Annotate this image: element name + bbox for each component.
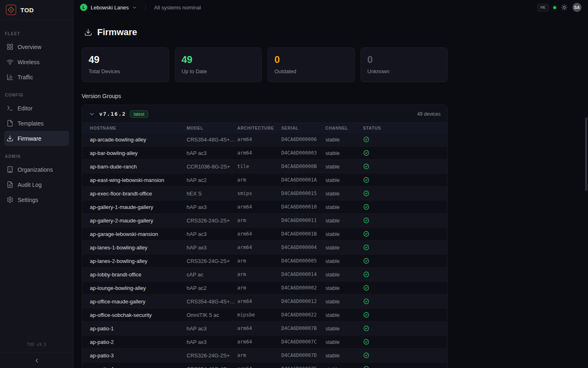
sidebar-item-audit-log[interactable]: Audit Log [4, 177, 69, 192]
model-cell: CCR1036-8G-2S+ [187, 160, 237, 173]
serial-cell: D4CA6D00007C [281, 335, 325, 349]
table-row[interactable]: ap-lobby-brandt-office cAP ac arm D4CA6D… [82, 268, 447, 281]
channel-cell: stable [325, 295, 363, 308]
user-avatar[interactable]: SA [572, 3, 581, 12]
gear-icon [7, 196, 13, 203]
stat-card-unknown: 0 Unknown [361, 47, 448, 82]
status-cell [363, 227, 447, 241]
channel-cell: stable [325, 227, 363, 241]
scrollbar[interactable] [585, 117, 587, 191]
architecture-cell: arm [237, 281, 281, 295]
hostname-cell: ap-patio-1 [82, 322, 187, 335]
status-cell [363, 173, 447, 187]
wifi-icon [7, 58, 13, 65]
architecture-cell: arm64 [237, 227, 281, 241]
table-row[interactable]: ap-lounge-bowling-alley hAP ac2 arm D4CA… [82, 281, 447, 295]
model-cell: hEX S [187, 187, 237, 200]
theme-toggle-button[interactable] [561, 4, 568, 11]
sidebar-item-templates[interactable]: Templates [4, 116, 69, 131]
channel-cell: stable [325, 335, 363, 349]
table-row[interactable]: ap-lanes-2-bowling-alley CRS326-24G-2S+ … [82, 254, 447, 268]
status-cell [363, 322, 447, 335]
serial-cell: D4CA6D000015 [281, 187, 325, 200]
table-row[interactable]: ap-patio-1 hAP ac3 arm64 D4CA6D00007B st… [82, 322, 447, 335]
serial-cell: D4CA6D00007E [281, 362, 325, 368]
channel-cell: stable [325, 160, 363, 173]
sidebar-nav: FLEET Overview Wireless Traffic CONFIG E [0, 20, 73, 342]
command-k-shortcut[interactable]: ⌘K [537, 4, 548, 11]
hostname-cell: ap-arcade-bowling-alley [82, 133, 187, 146]
status-ok-icon [363, 271, 447, 278]
status-ok-icon [363, 204, 447, 210]
status-cell [363, 295, 447, 308]
serial-cell: D4CA6D000006 [281, 133, 325, 146]
table-row[interactable]: ap-patio-2 hAP ax3 arm64 D4CA6D00007C st… [82, 335, 447, 349]
model-cell: cAP ac [187, 268, 237, 281]
sidebar-item-traffic[interactable]: Traffic [4, 70, 69, 85]
firmware-version: v7.16.2 [99, 111, 126, 117]
architecture-cell: mipsbe [237, 308, 281, 322]
stat-label: Total Devices [89, 68, 162, 74]
channel-cell: stable [325, 268, 363, 281]
table-row[interactable]: ap-patio-4 CRS354-48G-4S+… arm64 D4CA6D0… [82, 362, 447, 368]
status-cell [363, 187, 447, 200]
status-ok-icon [363, 217, 447, 224]
status-ok-icon [363, 285, 447, 291]
table-row[interactable]: ap-gallery-2-maude-gallery CRS326-24G-2S… [82, 214, 447, 227]
collapse-group-button[interactable] [89, 111, 95, 117]
download-icon [7, 135, 13, 142]
channel-cell: stable [325, 362, 363, 368]
architecture-cell: smips [237, 187, 281, 200]
table-row[interactable]: ap-garage-lebowski-mansion hAP ac3 arm64… [82, 227, 447, 241]
sidebar: TOD FLEET Overview Wireless Traffic CONF… [0, 0, 74, 368]
table-row[interactable]: ap-office-maude-gallery CRS354-48G-4S+… … [82, 295, 447, 308]
serial-cell: D4CA6D00000B [281, 160, 325, 173]
column-header-serial: SERIAL [281, 123, 325, 133]
stat-value: 0 [274, 54, 348, 65]
status-ok-icon [363, 177, 447, 183]
hostname-cell: ap-lounge-bowling-alley [82, 281, 187, 295]
table-row[interactable]: ap-patio-3 CRS326-24G-2S+ arm D4CA6D0000… [82, 349, 447, 362]
table-row[interactable]: ap-barn-dude-ranch CCR1036-8G-2S+ tile D… [82, 160, 447, 173]
table-row[interactable]: ap-exec-floor-brandt-office hEX S smips … [82, 187, 447, 200]
table-row[interactable]: ap-arcade-bowling-alley CRS354-48G-4S+… … [82, 133, 447, 146]
table-row[interactable]: ap-bar-bowling-alley hAP ac3 arm64 D4CA6… [82, 146, 447, 160]
sidebar-item-label: Traffic [18, 74, 33, 81]
sidebar-item-wireless[interactable]: Wireless [4, 54, 69, 70]
sidebar-item-organizations[interactable]: Organizations [4, 162, 69, 177]
stat-card-outdated: 0 Outdated [267, 47, 355, 82]
sidebar-item-firmware[interactable]: Firmware [4, 131, 69, 146]
sidebar-item-editor[interactable]: Editor [4, 101, 69, 116]
stat-label: Unknown [368, 68, 441, 74]
main-area: L Lebowski Lanes All systems nominal ⌘K … [74, 0, 588, 368]
terminal-icon [7, 105, 13, 112]
model-cell: CRS354-48G-4S+… [187, 133, 237, 146]
column-header-hostname: HOSTNAME [82, 123, 187, 133]
model-cell: hAP ac2 [187, 281, 237, 295]
status-ok-icon [363, 150, 447, 156]
serial-cell: D4CA6D000012 [281, 295, 325, 308]
sidebar-item-label: Overview [18, 44, 41, 50]
column-header-status: STATUS [363, 123, 447, 133]
chevron-left-icon [33, 357, 40, 364]
table-row[interactable]: ap-east-wing-lebowski-mansion hAP ac2 ar… [82, 173, 447, 187]
app-logo[interactable]: TOD [0, 0, 73, 20]
sidebar-item-label: Templates [18, 120, 44, 127]
stat-card-total-devices: 49 Total Devices [82, 47, 169, 82]
version-group-header[interactable]: v7.16.2 latest 49 devices [82, 105, 447, 123]
sidebar-item-label: Wireless [18, 59, 40, 65]
stat-label: Outdated [274, 68, 348, 74]
table-row[interactable]: ap-lanes-1-bowling-alley hAP ax3 arm64 D… [82, 241, 447, 254]
table-row[interactable]: ap-office-sobchak-security OmniTIK 5 ac … [82, 308, 447, 322]
table-header-row: HOSTNAME MODEL ARCHITECTURE SERIAL CHANN… [82, 123, 447, 133]
channel-cell: stable [325, 187, 363, 200]
channel-cell: stable [325, 349, 363, 362]
sidebar-item-overview[interactable]: Overview [4, 39, 69, 54]
sidebar-item-settings[interactable]: Settings [4, 192, 69, 207]
sidebar-collapse-button[interactable] [0, 352, 73, 368]
org-switcher[interactable]: L Lebowski Lanes [80, 4, 137, 11]
status-ok-icon [363, 244, 447, 251]
file-text-icon [7, 181, 13, 188]
table-row[interactable]: ap-gallery-1-maude-gallery hAP ax3 arm64… [82, 200, 447, 214]
status-cell [363, 335, 447, 349]
